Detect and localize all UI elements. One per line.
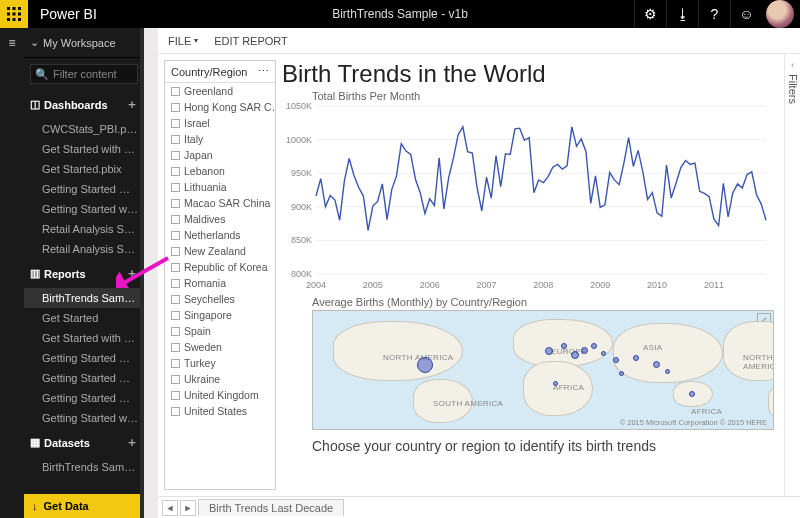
map-bubble[interactable]	[689, 391, 695, 397]
hamburger-icon: ≡	[8, 36, 15, 50]
next-page-button[interactable]: ►	[180, 500, 196, 516]
map-bubble[interactable]	[417, 357, 433, 373]
user-avatar[interactable]	[766, 0, 794, 28]
svg-text:1000K: 1000K	[286, 135, 312, 145]
map-visual[interactable]: ⤢ © 2015 Microsoft Corporation © 2015 HE…	[312, 310, 774, 430]
filter-checkbox-item[interactable]: Seychelles	[165, 291, 275, 307]
filter-card-title: Country/Region	[171, 66, 247, 78]
sidebar-section-dashboards[interactable]: ◫Dashboards ＋	[24, 90, 144, 119]
filter-checkbox-item[interactable]: Hong Kong SAR C…	[165, 99, 275, 115]
add-dashboard-button[interactable]: ＋	[126, 96, 138, 113]
workspace-toggle[interactable]: ⌄ My Workspace	[24, 28, 144, 58]
filter-checkbox-item[interactable]: Italy	[165, 131, 275, 147]
map-bubble[interactable]	[653, 361, 660, 368]
download-button[interactable]: ⭳	[666, 0, 698, 28]
map-bubble[interactable]	[581, 347, 588, 354]
settings-button[interactable]: ⚙	[634, 0, 666, 28]
edit-report-button[interactable]: EDIT REPORT	[214, 35, 288, 47]
filters-pane-collapsed[interactable]: ‹ Filters	[784, 54, 800, 496]
prev-page-button[interactable]: ◄	[162, 500, 178, 516]
svg-text:2010: 2010	[647, 280, 667, 290]
filter-checkbox-item[interactable]: Turkey	[165, 355, 275, 371]
checkbox-icon	[171, 119, 180, 128]
svg-rect-4	[13, 13, 16, 16]
map-bubble[interactable]	[633, 355, 639, 361]
feedback-button[interactable]: ☺	[730, 0, 762, 28]
map-bubble[interactable]	[571, 351, 579, 359]
filter-checkbox-item[interactable]: Japan	[165, 147, 275, 163]
page-title: Birth Trends in the World	[282, 60, 774, 88]
sidebar: ⌄ My Workspace 🔍 Filter content ◫Dashboa…	[24, 28, 144, 518]
line-chart[interactable]: 1050K1000K950K900K850K800K20042005200620…	[282, 102, 774, 292]
filter-checkbox-item[interactable]: Macao SAR China	[165, 195, 275, 211]
map-region-label: SOUTH AMERICA	[433, 399, 503, 408]
add-report-button[interactable]: ＋	[126, 265, 138, 282]
map-bubble[interactable]	[591, 343, 597, 349]
sidebar-item[interactable]: Getting Started Guide	[24, 348, 144, 368]
sidebar-item[interactable]: Retail Analysis Sample	[24, 239, 144, 259]
sidebar-item[interactable]: Get Started with Colo…	[24, 328, 144, 348]
filter-content-input[interactable]: 🔍 Filter content	[30, 64, 138, 84]
svg-rect-6	[7, 18, 10, 21]
filter-checkbox-item[interactable]: United States	[165, 403, 275, 419]
map-bubble[interactable]	[601, 351, 606, 356]
add-dataset-button[interactable]: ＋	[126, 434, 138, 451]
checkbox-icon	[171, 375, 180, 384]
file-menu[interactable]: FILE▾	[168, 35, 198, 47]
svg-text:2008: 2008	[533, 280, 553, 290]
map-copyright: © 2015 Microsoft Corporation © 2015 HERE	[620, 418, 767, 427]
filter-checkbox-item[interactable]: Israel	[165, 115, 275, 131]
top-bar: Power BI BirthTrends Sample - v1b ⚙ ⭳ ? …	[0, 0, 800, 28]
svg-rect-7	[13, 18, 16, 21]
get-data-button[interactable]: ↓ Get Data	[24, 494, 144, 518]
svg-text:2009: 2009	[590, 280, 610, 290]
sidebar-collapse-button[interactable]: ≡	[0, 28, 24, 518]
filter-checkbox-item[interactable]: Singapore	[165, 307, 275, 323]
filter-checkbox-item[interactable]: Maldives	[165, 211, 275, 227]
filter-checkbox-item[interactable]: Ukraine	[165, 371, 275, 387]
filter-checkbox-item[interactable]: Greenland	[165, 83, 275, 99]
map-bubble[interactable]	[561, 343, 567, 349]
svg-rect-8	[18, 18, 21, 21]
sidebar-item[interactable]: Getting Started Guide	[24, 368, 144, 388]
filter-checkbox-item[interactable]: Romania	[165, 275, 275, 291]
filter-checkbox-item[interactable]: Sweden	[165, 339, 275, 355]
filter-checkbox-item[interactable]: Republic of Korea	[165, 259, 275, 275]
download-icon: ⭳	[676, 6, 690, 22]
brand-label: Power BI	[40, 6, 97, 22]
filter-checkbox-item[interactable]: Lithuania	[165, 179, 275, 195]
map-title: Average Births (Monthly) by Country/Regi…	[312, 296, 774, 308]
map-bubble[interactable]	[619, 371, 624, 376]
map-bubble[interactable]	[613, 357, 619, 363]
filter-checkbox-item[interactable]: Netherlands	[165, 227, 275, 243]
map-bubble[interactable]	[665, 369, 670, 374]
sidebar-item[interactable]: Getting Started with P…	[24, 199, 144, 219]
sidebar-section-datasets[interactable]: ▦Datasets ＋	[24, 428, 144, 457]
sidebar-item[interactable]: Retail Analysis Sample	[24, 219, 144, 239]
filter-checkbox-item[interactable]: Lebanon	[165, 163, 275, 179]
filter-checkbox-item[interactable]: Spain	[165, 323, 275, 339]
page-tab-bar: ◄ ► Birth Trends Last Decade	[158, 496, 800, 518]
more-options-icon[interactable]: ⋯	[258, 65, 269, 78]
page-tab[interactable]: Birth Trends Last Decade	[198, 499, 344, 516]
map-bubble[interactable]	[553, 381, 558, 386]
gear-icon: ⚙	[644, 6, 657, 22]
help-button[interactable]: ?	[698, 0, 730, 28]
sidebar-item[interactable]: Getting Started Guide	[24, 388, 144, 408]
sidebar-item[interactable]: BirthTrends Sample -…	[24, 288, 144, 308]
map-bubble[interactable]	[545, 347, 553, 355]
sidebar-item[interactable]: Getting Started with P…	[24, 408, 144, 428]
sidebar-item[interactable]: BirthTrends Sample -…	[24, 457, 144, 477]
sidebar-item[interactable]: CWCStats_PBI.pbix	[24, 119, 144, 139]
sidebar-item[interactable]: Getting Started Guide…	[24, 179, 144, 199]
sidebar-item[interactable]: Get Started.pbix	[24, 159, 144, 179]
map-region-label: ASIA	[643, 343, 662, 352]
app-launcher-button[interactable]	[0, 0, 28, 28]
checkbox-icon	[171, 343, 180, 352]
checkbox-icon	[171, 151, 180, 160]
sidebar-item[interactable]: Get Started with Colo…	[24, 139, 144, 159]
sidebar-section-reports[interactable]: ▥Reports ＋	[24, 259, 144, 288]
sidebar-item[interactable]: Get Started	[24, 308, 144, 328]
filter-checkbox-item[interactable]: New Zealand	[165, 243, 275, 259]
filter-checkbox-item[interactable]: United Kingdom	[165, 387, 275, 403]
